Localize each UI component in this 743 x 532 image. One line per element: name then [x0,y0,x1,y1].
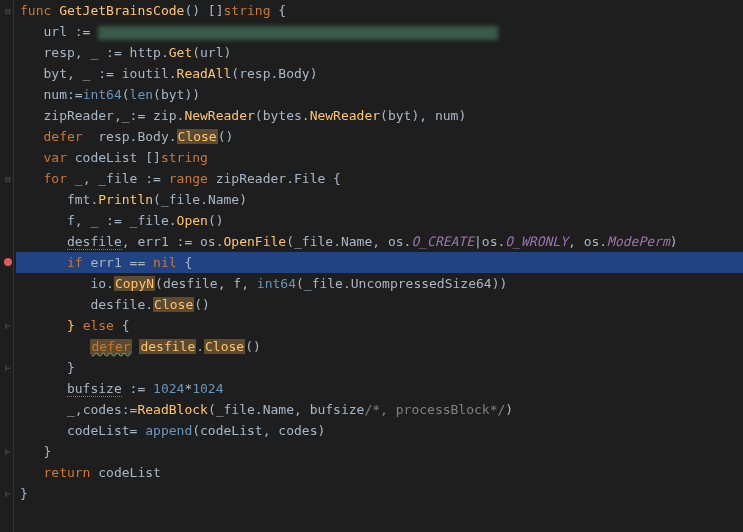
code-editor[interactable]: ⊟ ⊟ ⊟ ⊢ ⊢ ⊢ ⊢ func GetJetBrainsCode() []… [0,0,743,532]
code-line: f, _ := _file.Open() [16,210,743,231]
code-line: num:=int64(len(byt)) [16,84,743,105]
code-line: } else { [16,315,743,336]
code-line: resp, _ := http.Get(url) [16,42,743,63]
code-line: return codeList [16,462,743,483]
code-line: fmt.Println(_file.Name) [16,189,743,210]
code-line: defer resp.Body.Close() [16,126,743,147]
code-line: } [16,357,743,378]
fold-icon[interactable]: ⊟ [4,175,12,183]
code-line: codeList= append(codeList, codes) [16,420,743,441]
code-line: byt, _ := ioutil.ReadAll(resp.Body) [16,63,743,84]
code-line: defer desfile.Close() [16,336,743,357]
code-area[interactable]: func GetJetBrainsCode() []string { url :… [14,0,743,532]
fold-end-icon[interactable]: ⊢ [4,490,12,498]
fold-end-icon[interactable]: ⊢ [4,322,12,330]
code-line: for _, _file := range zipReader.File { [16,168,743,189]
code-line: io.CopyN(desfile, f, int64(_file.Uncompr… [16,273,743,294]
code-line: bufsize := 1024*1024 [16,378,743,399]
code-line: url := [16,21,743,42]
redacted-url [98,26,498,40]
code-line: _,codes:=ReadBlock(_file.Name, bufsize/*… [16,399,743,420]
fold-end-icon[interactable]: ⊢ [4,364,12,372]
gutter: ⊟ ⊟ ⊟ ⊢ ⊢ ⊢ ⊢ [0,0,14,532]
code-line: var codeList []string [16,147,743,168]
code-line: zipReader,_:= zip.NewReader(bytes.NewRea… [16,105,743,126]
code-line: desfile.Close() [16,294,743,315]
fold-end-icon[interactable]: ⊢ [4,448,12,456]
breakpoint-icon[interactable] [4,258,12,266]
code-line: } [16,441,743,462]
code-line-highlighted: if err1 == nil { [16,252,743,273]
code-line: func GetJetBrainsCode() []string { [16,0,743,21]
code-line: } [16,483,743,504]
code-line: desfile, err1 := os.OpenFile(_file.Name,… [16,231,743,252]
fold-icon[interactable]: ⊟ [4,7,12,15]
